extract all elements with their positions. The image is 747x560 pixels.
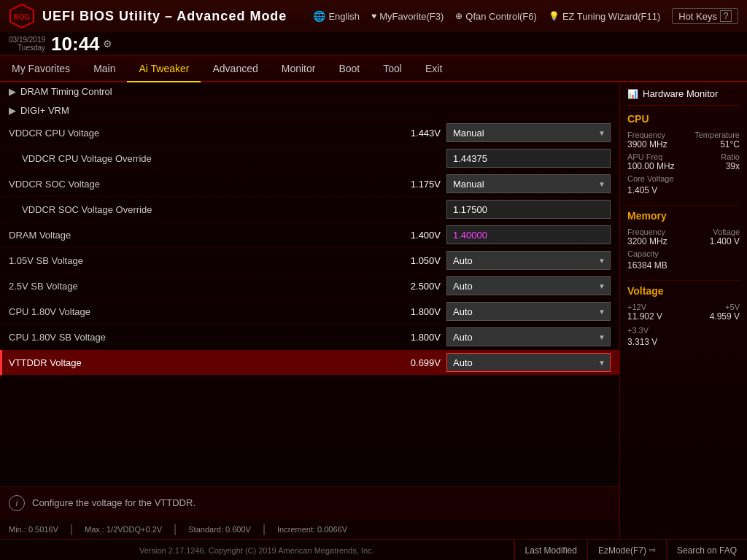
- vddcr-soc-override-label: VDDCR SOC Voltage Override: [9, 204, 399, 215]
- v12-label: +12V: [627, 303, 662, 311]
- cpu-apu-row: APU Freq 100.00 MHz Ratio 39x: [627, 152, 740, 171]
- globe-icon: 🌐: [313, 10, 325, 22]
- dram-voltage-input[interactable]: [446, 225, 611, 244]
- specs-bar: Min.: 0.5016V | Max.: 1/2VDDQ+0.2V | Sta…: [0, 518, 619, 539]
- table-row: VDDCR CPU Voltage 1.443V ManualAuto ▼: [0, 120, 619, 146]
- spec-max: Max.: 1/2VDDQ+0.2V: [85, 525, 162, 534]
- vddcr-cpu-override-input[interactable]: [446, 149, 611, 168]
- table-row: VDDCR CPU Voltage Override: [0, 146, 619, 171]
- ratio-value: 39x: [721, 161, 740, 171]
- core-voltage-value: 1.405 V: [627, 185, 657, 195]
- day-display: Tuesday: [18, 44, 45, 52]
- help-icon: ?: [720, 10, 732, 22]
- last-modified-link[interactable]: Last Modified: [514, 540, 587, 561]
- sb25-value: 2.500V: [393, 281, 441, 292]
- table-row: VTTDDR Voltage 0.699V AutoManual ▼: [0, 350, 619, 376]
- header-second-row: 03/19/2019 Tuesday 10:44 ⚙: [0, 32, 747, 55]
- vttddr-value: 0.699V: [393, 357, 441, 368]
- footer-version-area: Version 2.17.1246. Copyright (C) 2019 Am…: [0, 546, 514, 555]
- nav-item-favorites[interactable]: My Favorites: [0, 55, 82, 82]
- hw-divider: [627, 205, 740, 206]
- vddcr-soc-value: 1.175V: [393, 179, 441, 190]
- vddcr-soc-dropdown[interactable]: ManualAuto: [446, 174, 611, 193]
- mem-voltage-label: Voltage: [710, 228, 740, 236]
- ezmode-icon: ⇨: [649, 545, 656, 555]
- dram-voltage-label: DRAM Voltage: [9, 230, 393, 241]
- sb105-label: 1.05V SB Voltage: [9, 255, 393, 266]
- hotkeys-button[interactable]: Hot Keys ?: [672, 8, 738, 24]
- digi-section-label: DIGI+ VRM: [20, 105, 69, 116]
- nav-item-boot[interactable]: Boot: [327, 55, 371, 82]
- info-icon: i: [9, 495, 25, 511]
- cpu-freq-label: Frequency: [627, 131, 667, 139]
- cpu-section: CPU Frequency 3900 MHz Temperature 51°C …: [627, 113, 740, 196]
- mem-freq-label: Frequency: [627, 228, 667, 236]
- core-voltage-label: Core Voltage: [627, 174, 740, 183]
- vddcr-cpu-dropdown[interactable]: ManualAuto: [446, 123, 611, 142]
- nav-item-advanced[interactable]: Advanced: [201, 55, 269, 82]
- mem-freq-value: 3200 MHz: [627, 236, 667, 246]
- table-row: CPU 1.80V Voltage 1.800V AutoManual ▼: [0, 299, 619, 324]
- vddcr-cpu-value: 1.443V: [393, 128, 441, 139]
- vttddr-select-wrapper: AutoManual ▼: [446, 353, 611, 372]
- table-row: VDDCR SOC Voltage 1.175V ManualAuto ▼: [0, 171, 619, 197]
- nav-item-aitweaker[interactable]: Ai Tweaker: [127, 56, 201, 82]
- nav-item-main[interactable]: Main: [82, 55, 127, 82]
- nav-bar: My Favorites Main Ai Tweaker Advanced Mo…: [0, 56, 747, 82]
- dram-voltage-value: 1.400V: [393, 230, 441, 241]
- table-row: VDDCR SOC Voltage Override: [0, 197, 619, 222]
- hw-divider-2: [627, 280, 740, 281]
- digi-section-header[interactable]: ▶ DIGI+ VRM: [0, 101, 619, 120]
- cpu180-value: 1.800V: [393, 306, 441, 317]
- myfavorite-button[interactable]: ♥ MyFavorite(F3): [371, 11, 444, 22]
- info-bar: i Configure the voltage for the VTTDDR.: [0, 486, 619, 518]
- mem-capacity-row: Capacity 16384 MB: [627, 249, 740, 271]
- mem-freq-row: Frequency 3200 MHz Voltage 1.400 V: [627, 228, 740, 246]
- table-row: 1.05V SB Voltage 1.050V AutoManual ▼: [0, 248, 619, 273]
- left-panel: ▶ DRAM Timing Control ▶ DIGI+ VRM VDDCR …: [0, 82, 619, 539]
- voltage-section-title: Voltage: [627, 285, 740, 297]
- cpu-freq-value: 3900 MHz: [627, 139, 667, 149]
- vddcr-soc-label: VDDCR SOC Voltage: [9, 179, 393, 190]
- language-selector[interactable]: 🌐 English: [313, 10, 360, 22]
- core-voltage-row: Core Voltage 1.405 V: [627, 174, 740, 196]
- nav-item-tool[interactable]: Tool: [371, 55, 414, 82]
- nav-item-monitor[interactable]: Monitor: [270, 55, 328, 82]
- memory-section-title: Memory: [627, 210, 740, 222]
- main-layout: ▶ DRAM Timing Control ▶ DIGI+ VRM VDDCR …: [0, 82, 747, 539]
- vttddr-label: VTTDDR Voltage: [9, 357, 393, 368]
- cpu180-select-wrapper: AutoManual ▼: [446, 302, 611, 321]
- vttddr-dropdown[interactable]: AutoManual: [446, 353, 611, 372]
- cpu180sb-dropdown[interactable]: AutoManual: [446, 327, 611, 346]
- spec-min: Min.: 0.5016V: [9, 525, 58, 534]
- svg-text:ROG: ROG: [14, 13, 31, 21]
- cpu180-label: CPU 1.80V Voltage: [9, 306, 393, 317]
- vddcr-cpu-override-label: VDDCR CPU Voltage Override: [9, 153, 399, 164]
- vddcr-soc-override-input[interactable]: [446, 200, 611, 219]
- voltage-section: Voltage +12V 11.902 V +5V 4.959 V +3.3V …: [627, 285, 740, 348]
- nav-item-exit[interactable]: Exit: [414, 55, 454, 82]
- datetime-section: 03/19/2019 Tuesday 10:44 ⚙: [9, 34, 112, 53]
- v33-value: 3.313 V: [627, 337, 657, 347]
- gear-icon[interactable]: ⚙: [103, 38, 112, 50]
- language-label: English: [328, 11, 360, 22]
- cpu180sb-value: 1.800V: [393, 332, 441, 343]
- cpu180-dropdown[interactable]: AutoManual: [446, 302, 611, 321]
- qfan-button[interactable]: ⊕ Qfan Control(F6): [455, 11, 537, 22]
- version-text: Version 2.17.1246. Copyright (C) 2019 Am…: [139, 546, 374, 555]
- table-row: CPU 1.80V SB Voltage 1.800V AutoManual ▼: [0, 324, 619, 350]
- hotkeys-label: Hot Keys: [678, 11, 717, 22]
- eztuning-label: EZ Tuning Wizard(F11): [562, 11, 660, 22]
- sb25-dropdown[interactable]: AutoManual: [446, 276, 611, 295]
- cpu180sb-label: CPU 1.80V SB Voltage: [9, 332, 393, 343]
- eztuning-button[interactable]: 💡 EZ Tuning Wizard(F11): [549, 11, 660, 22]
- rog-logo: ROG: [9, 3, 35, 29]
- ezmode-link[interactable]: EzMode(F7) ⇨: [587, 540, 666, 561]
- v12-row: +12V 11.902 V +5V 4.959 V: [627, 303, 740, 322]
- sb105-dropdown[interactable]: AutoManual: [446, 251, 611, 270]
- dram-section-header[interactable]: ▶ DRAM Timing Control: [0, 82, 619, 101]
- search-faq-link[interactable]: Search on FAQ: [666, 540, 747, 561]
- table-row: DRAM Voltage 1.400V: [0, 222, 619, 248]
- mem-voltage-value: 1.400 V: [710, 236, 740, 246]
- spec-increment: Increment: 0.0066V: [277, 525, 347, 534]
